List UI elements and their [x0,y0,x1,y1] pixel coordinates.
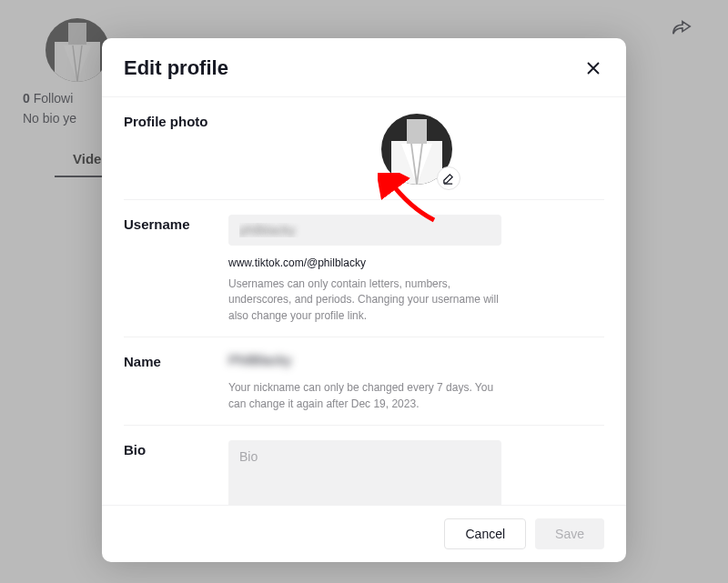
profile-photo-label: Profile photo [124,112,228,186]
cancel-button[interactable]: Cancel [444,518,526,549]
name-value: PhilBlacky [228,352,604,367]
name-label: Name [124,352,228,412]
modal-title: Edit profile [124,56,228,80]
username-input[interactable] [228,215,501,246]
username-label: Username [124,215,228,324]
close-button[interactable] [582,57,604,79]
bio-textarea[interactable] [228,440,501,505]
username-helper: Usernames can only contain letters, numb… [228,276,511,324]
edit-profile-modal: Edit profile Profile photo Username [102,38,626,562]
profile-url: www.tiktok.com/@philblacky [228,256,604,269]
save-button[interactable]: Save [535,518,604,549]
edit-photo-button[interactable] [437,166,460,190]
name-helper: Your nickname can only be changed every … [228,380,511,412]
svg-rect-5 [407,119,427,144]
bio-label: Bio [124,440,228,505]
